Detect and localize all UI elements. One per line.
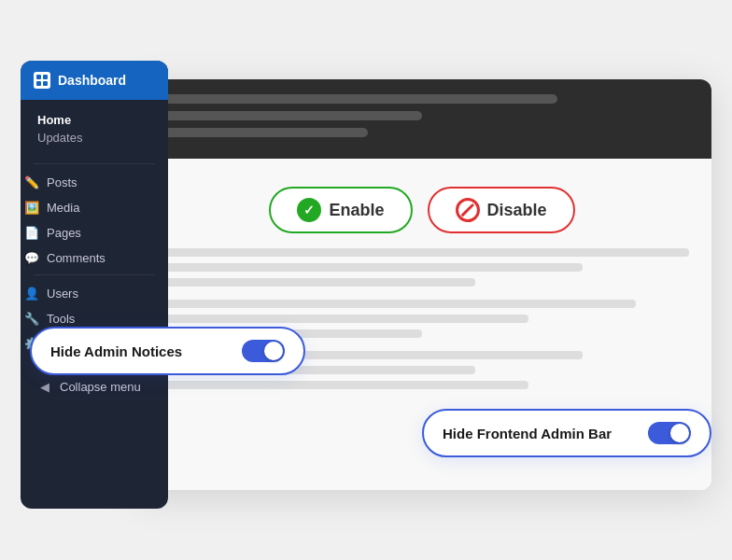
sidebar-item-home[interactable]: Home [34,109,155,129]
scene: ✓ Enable Disable [21,51,711,509]
svg-rect-2 [36,81,41,86]
bar-line-1 [151,94,557,104]
sidebar-item-media[interactable]: 🖼️ Media [21,195,168,220]
hide-frontend-admin-bar-label: Hide Frontend Admin Bar [443,426,612,441]
sidebar-section-main: ✏️ Posts 🖼️ Media 📄 Pages 💬 Comments [21,170,168,271]
hide-frontend-admin-bar-toggle[interactable] [648,422,691,444]
hide-frontend-admin-bar-card: Hide Frontend Admin Bar [422,409,711,457]
enable-label: Enable [329,201,384,220]
content-line [155,381,528,389]
content-line [155,248,689,257]
tools-label: Tools [47,312,75,326]
comments-label: Comments [47,251,106,265]
action-buttons-row: ✓ Enable Disable [155,187,689,233]
users-label: Users [47,287,78,301]
media-label: Media [47,201,79,215]
disable-label: Disable [487,201,547,220]
bar-line-3 [151,128,368,137]
ban-icon [456,198,480,222]
toggle-knob [264,342,283,360]
posts-icon: ✏️ [24,175,39,189]
content-line [155,263,583,272]
sidebar-header: Dashboard [21,61,168,100]
dashboard-icon [34,72,50,89]
content-line [155,278,475,287]
svg-rect-3 [43,81,48,86]
comments-icon: 💬 [24,251,39,265]
media-icon: 🖼️ [24,201,39,215]
sidebar: Dashboard Home Updates ✏️ Posts 🖼️ Media… [21,61,168,509]
tools-icon: 🔧 [24,312,39,326]
sidebar-item-comments[interactable]: 💬 Comments [21,245,168,271]
sidebar-divider-2 [34,274,155,275]
collapse-icon: ◀ [37,380,52,394]
users-icon: 👤 [24,287,39,301]
sidebar-divider-1 [34,163,155,164]
sidebar-nav-home: Home Updates [21,100,168,160]
sidebar-item-updates[interactable]: Updates [34,129,155,150]
svg-rect-1 [43,75,48,79]
content-lines-1 [155,248,689,287]
content-line [155,300,636,308]
hide-admin-notices-card: Hide Admin Notices [30,327,305,375]
collapse-label: Collapse menu [60,380,141,394]
pages-icon: 📄 [24,226,39,240]
sidebar-item-collapse[interactable]: ◀ Collapse menu [34,374,155,399]
toggle-knob-2 [670,424,689,442]
sidebar-title: Dashboard [58,73,126,88]
svg-rect-0 [36,75,41,79]
bar-line-2 [151,111,422,120]
sidebar-item-users[interactable]: 👤 Users [21,281,168,306]
browser-top-bar [133,79,711,159]
check-icon: ✓ [297,198,321,222]
posts-label: Posts [47,175,77,189]
hide-admin-notices-toggle[interactable] [242,340,285,362]
hide-admin-notices-label: Hide Admin Notices [50,343,182,359]
sidebar-item-posts[interactable]: ✏️ Posts [21,170,168,195]
sidebar-item-pages[interactable]: 📄 Pages [21,220,168,245]
disable-button[interactable]: Disable [428,187,575,233]
pages-label: Pages [47,226,81,240]
content-line [155,315,528,323]
enable-button[interactable]: ✓ Enable [269,187,412,233]
